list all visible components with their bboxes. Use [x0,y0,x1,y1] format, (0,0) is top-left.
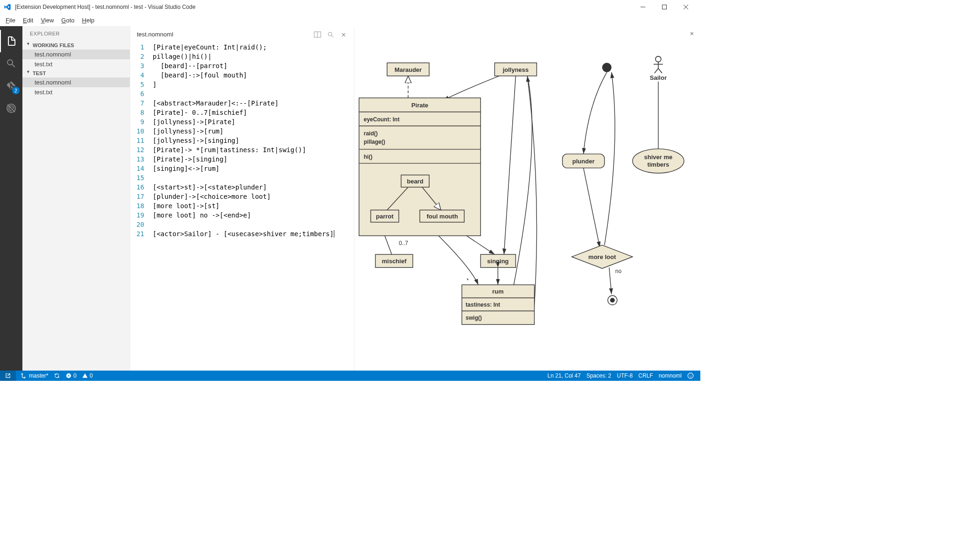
svg-point-62 [688,373,693,379]
window-title: [Extension Development Host] - test.nomn… [15,4,632,10]
svg-text:swig(): swig() [465,315,482,321]
working-file-1[interactable]: test.txt [22,59,130,69]
status-launch[interactable] [0,371,16,381]
activity-debug[interactable] [0,97,22,119]
menubar: File Edit View Goto Help [0,14,700,26]
maximize-button[interactable] [654,0,675,14]
menu-file[interactable]: File [2,16,19,25]
section-project[interactable]: TEST [22,69,130,77]
status-branch[interactable]: master* [18,372,51,379]
svg-text:Pirate: Pirate [411,102,428,109]
tab-filename[interactable]: test.nomnoml [137,31,314,38]
vscode-icon [4,3,11,11]
sidebar: EXPLORER WORKING FILES test.nomnoml test… [22,26,130,371]
status-spaces[interactable]: Spaces: 2 [584,372,614,379]
status-sync[interactable] [51,372,63,379]
status-feedback[interactable] [684,372,697,379]
svg-point-63 [690,375,690,375]
svg-point-8 [328,32,332,36]
status-bar: master* 0 0 Ln 21, Col 47 Spaces: 2 UTF-… [0,371,700,381]
svg-text:tastiness: Int: tastiness: Int [465,302,500,308]
svg-text:pillage(): pillage() [364,139,385,145]
svg-text:*: * [466,277,469,284]
project-file-1[interactable]: test.txt [22,87,130,97]
preview-icon[interactable] [327,31,334,38]
status-lang[interactable]: nomnoml [656,372,684,379]
svg-text:singing: singing [487,258,508,265]
sidebar-title: EXPLORER [22,26,130,41]
svg-line-9 [331,35,333,37]
svg-text:more loot: more loot [588,253,616,260]
split-editor-icon[interactable] [314,31,321,38]
status-lncol[interactable]: Ln 21, Col 47 [545,372,584,379]
svg-point-49 [610,298,615,302]
status-eol[interactable]: CRLF [635,372,656,379]
editor-area: test.nomnoml × 1 2 3 4 5 6 7 8 9 10 11 1… [130,26,700,371]
activity-bar: 2 [0,26,22,371]
activity-search[interactable] [0,52,22,75]
svg-text:beard: beard [407,178,423,185]
diagram-preview: × Marauder jollyness [354,26,700,371]
svg-line-54 [658,69,662,73]
menu-view[interactable]: View [37,16,57,25]
svg-text:rum: rum [492,288,504,295]
close-tab-icon[interactable]: × [340,31,347,38]
status-warnings[interactable]: 0 [79,372,96,379]
line-gutter: 1 2 3 4 5 6 7 8 9 10 11 12 13 14 15 16 1… [130,42,151,371]
git-badge: 2 [12,87,20,94]
close-preview-icon[interactable]: × [690,30,694,37]
svg-text:timbers: timbers [647,161,669,168]
status-errors[interactable]: 0 [63,372,79,379]
status-encoding[interactable]: UTF-8 [614,372,635,379]
working-file-0[interactable]: test.nomnoml [22,49,130,59]
svg-text:Marauder: Marauder [395,66,422,73]
preview-column: × Marauder jollyness [354,26,700,371]
close-button[interactable] [675,0,697,14]
code-content[interactable]: [Pirate|eyeCount: Int|raid(); pillage()|… [151,42,354,371]
menu-edit[interactable]: Edit [19,16,37,25]
svg-text:eyeCount: Int: eyeCount: Int [364,116,400,123]
editor-column: test.nomnoml × 1 2 3 4 5 6 7 8 9 10 11 1… [130,26,354,371]
code-editor[interactable]: 1 2 3 4 5 6 7 8 9 10 11 12 13 14 15 16 1… [130,42,354,371]
svg-text:Sailor: Sailor [650,74,667,81]
svg-text:hi(): hi() [364,154,373,160]
svg-rect-1 [663,5,667,9]
menu-help[interactable]: Help [78,16,99,25]
svg-point-64 [691,375,691,375]
project-file-0[interactable]: test.nomnoml [22,77,130,87]
actor-sailor [654,56,663,73]
svg-line-53 [655,69,658,73]
tab-bar: test.nomnoml × [130,26,354,42]
svg-point-42 [602,63,612,72]
activity-explorer[interactable] [0,30,22,52]
svg-text:shiver me: shiver me [644,154,673,161]
section-working-files[interactable]: WORKING FILES [22,41,130,49]
svg-text:0..7: 0..7 [399,240,408,246]
svg-text:mischief: mischief [382,258,407,265]
svg-text:raid(): raid() [364,130,378,137]
svg-text:jollyness: jollyness [502,66,529,73]
activity-git[interactable]: 2 [0,75,22,97]
svg-text:plunder: plunder [572,158,595,165]
minimize-button[interactable] [632,0,654,14]
svg-text:parrot: parrot [376,213,394,220]
menu-goto[interactable]: Goto [57,16,78,25]
svg-text:no: no [615,268,622,274]
svg-point-50 [656,56,661,62]
svg-text:foul mouth: foul mouth [427,213,458,220]
titlebar: [Extension Development Host] - test.nomn… [0,0,700,14]
